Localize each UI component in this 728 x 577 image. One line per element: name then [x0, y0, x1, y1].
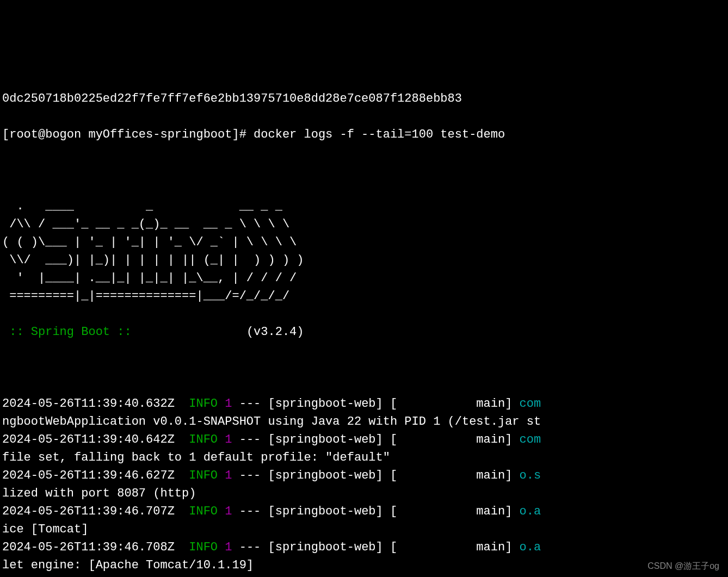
log-entries-container: 2024-05-26T11:39:40.632Z INFO 1 --- [spr… [2, 395, 726, 577]
blank-line [2, 162, 726, 179]
log-line: 2024-05-26T11:39:40.632Z INFO 1 --- [spr… [2, 395, 726, 413]
spring-ascii-art: . ____ _ __ _ _ /\\ / ___'_ __ _ _(_)_ _… [2, 197, 726, 305]
log-separator: --- [232, 541, 268, 554]
log-thread: [ main] [390, 397, 520, 411]
log-logger: o.s [520, 469, 541, 482]
spring-boot-label: :: Spring Boot :: [2, 325, 139, 339]
shell-prompt: [root@bogon myOffices-springboot]# [2, 128, 254, 141]
log-timestamp: 2024-05-26T11:39:46.707Z [2, 505, 189, 518]
log-logger: o.a [520, 505, 541, 518]
log-separator: --- [232, 505, 268, 518]
log-separator: --- [232, 433, 268, 446]
log-logger: o.a [520, 541, 541, 554]
log-continuation: ice [Tomcat] [2, 520, 726, 538]
log-line: 2024-05-26T11:39:46.707Z INFO 1 --- [spr… [2, 502, 726, 520]
log-level: INFO [189, 541, 218, 554]
spring-boot-version-line: :: Spring Boot :: (v3.2.4) [2, 323, 726, 341]
log-pid: 1 [218, 541, 232, 554]
terminal-output[interactable]: 0dc250718b0225ed22f7fe7ff7ef6e2bb1397571… [0, 72, 728, 577]
log-thread: [ main] [390, 541, 520, 554]
log-pid: 1 [218, 397, 232, 411]
log-level: INFO [189, 397, 218, 411]
log-continuation: file set, falling back to 1 default prof… [2, 449, 726, 467]
log-line: 2024-05-26T11:39:46.708Z INFO 1 --- [spr… [2, 538, 726, 556]
log-pid: 1 [218, 433, 232, 446]
log-line: 2024-05-26T11:39:46.627Z INFO 1 --- [spr… [2, 467, 726, 485]
log-pid: 1 [218, 469, 232, 482]
watermark-text: CSDN @游王子og [647, 560, 719, 573]
blank-line [2, 359, 726, 377]
log-thread: [ main] [390, 505, 520, 518]
spring-version: (v3.2.4) [139, 325, 304, 339]
log-line: 2024-05-26T11:39:40.642Z INFO 1 --- [spr… [2, 431, 726, 449]
log-level: INFO [189, 433, 218, 446]
prompt-line: [root@bogon myOffices-springboot]# docke… [2, 126, 726, 144]
log-pid: 1 [218, 505, 232, 518]
command-text: docker logs -f --tail=100 test-demo [254, 128, 505, 141]
log-context: [springboot-web] [268, 397, 390, 411]
hash-line: 0dc250718b0225ed22f7fe7ff7ef6e2bb1397571… [2, 90, 726, 108]
log-context: [springboot-web] [268, 541, 390, 554]
log-logger: com [520, 397, 541, 411]
log-level: INFO [189, 469, 218, 482]
log-thread: [ main] [390, 469, 520, 482]
log-context: [springboot-web] [268, 469, 390, 482]
log-level: INFO [189, 505, 218, 518]
log-line: 2024-05-26T11:39:47.242Z INFO 1 --- [spr… [2, 574, 726, 577]
log-timestamp: 2024-05-26T11:39:40.642Z [2, 433, 189, 446]
log-continuation: let engine: [Apache Tomcat/10.1.19] [2, 556, 726, 574]
log-thread: [ main] [390, 433, 520, 446]
log-timestamp: 2024-05-26T11:39:46.627Z [2, 469, 189, 482]
log-logger: com [520, 433, 541, 446]
log-continuation: ngbootWebApplication v0.0.1-SNAPSHOT usi… [2, 413, 726, 431]
log-continuation: lized with port 8087 (http) [2, 485, 726, 502]
log-timestamp: 2024-05-26T11:39:40.632Z [2, 397, 189, 411]
log-separator: --- [232, 397, 268, 411]
log-context: [springboot-web] [268, 505, 390, 518]
log-separator: --- [232, 469, 268, 482]
log-context: [springboot-web] [268, 433, 390, 446]
log-timestamp: 2024-05-26T11:39:46.708Z [2, 541, 189, 554]
